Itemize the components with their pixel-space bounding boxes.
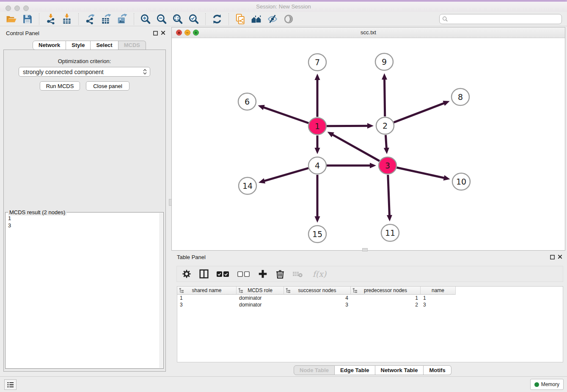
zoom-out-button[interactable] — [154, 13, 170, 25]
run-mcds-button[interactable]: Run MCDS — [40, 81, 80, 91]
zoom-in-button[interactable] — [138, 13, 154, 25]
task-history-button[interactable] — [4, 379, 17, 390]
show-graphics-button[interactable] — [281, 13, 297, 25]
deselect-all-columns-button[interactable] — [237, 268, 251, 279]
minimize-window-button[interactable] — [14, 6, 20, 11]
network-maximize-button[interactable]: + — [193, 30, 199, 36]
tab-motifs[interactable]: Motifs — [424, 365, 451, 375]
delete-column-button[interactable] — [275, 268, 286, 279]
network-minimize-button[interactable]: − — [184, 30, 190, 36]
export-network-icon — [85, 14, 96, 25]
criterion-value: strongly connected component — [23, 69, 104, 75]
column-header-predecessor-nodes[interactable]: predecessor nodes — [351, 287, 421, 295]
export-image-button[interactable] — [114, 13, 130, 25]
column-header-shared-name[interactable]: shared name — [177, 287, 237, 295]
table-settings-button[interactable] — [181, 268, 192, 279]
graph-node-2[interactable]: 2 — [376, 117, 394, 134]
close-panel-button[interactable]: Close panel — [86, 81, 129, 91]
refresh-view-button[interactable] — [209, 13, 225, 25]
graph-node-10[interactable]: 10 — [452, 173, 470, 190]
graph-node-9[interactable]: 9 — [375, 53, 393, 70]
network-close-button[interactable]: ✕ — [176, 30, 182, 36]
column-header-name[interactable]: name — [421, 287, 456, 295]
graph-node-14[interactable]: 14 — [239, 177, 256, 194]
column-label: shared name — [192, 287, 221, 293]
table-cell: dominator — [237, 301, 284, 308]
export-table-button[interactable] — [98, 13, 114, 25]
maximize-window-button[interactable] — [23, 6, 29, 11]
table-panel-tabs: Node Table Edge Table Network Table Moti… — [294, 365, 451, 375]
table-row[interactable]: 3dominator323 — [177, 301, 563, 308]
function-builder-button[interactable]: f(x) — [311, 268, 328, 279]
search-field[interactable] — [439, 14, 562, 24]
graph-node-7[interactable]: 7 — [308, 54, 326, 71]
column-header-successor-nodes[interactable]: successor nodes — [284, 287, 351, 295]
graph-edge-3-10[interactable] — [396, 168, 446, 179]
graph-node-label: 1 — [315, 121, 320, 131]
graph-node-4[interactable]: 4 — [308, 157, 326, 174]
criterion-dropdown[interactable]: strongly connected component — [19, 67, 150, 77]
control-panel-float-button[interactable] — [152, 31, 158, 37]
graph-node-8[interactable]: 8 — [451, 88, 469, 105]
table-toolbar: f(x) — [176, 266, 563, 282]
sort-hierarchy-icon — [352, 288, 358, 293]
tab-network[interactable]: Network — [33, 41, 66, 50]
graph-node-1[interactable]: 1 — [308, 118, 326, 135]
export-network-button[interactable] — [82, 13, 98, 25]
graph-edge-2-8[interactable] — [394, 102, 446, 122]
graph-node-6[interactable]: 6 — [238, 93, 256, 110]
tab-mcds[interactable]: MCDS — [118, 41, 146, 50]
unchecked-checkboxes-icon — [237, 270, 250, 278]
graph-node-15[interactable]: 15 — [308, 226, 326, 243]
hide-graphics-button[interactable] — [264, 13, 281, 25]
graph-edge-3-1[interactable] — [330, 134, 379, 161]
search-icon — [442, 16, 448, 22]
add-column-button[interactable] — [257, 268, 268, 279]
column-header-mcds-role[interactable]: MCDS role — [237, 287, 284, 295]
network-canvas[interactable]: 1234678910111415 — [172, 38, 565, 250]
table-row[interactable]: 1dominator411 — [177, 295, 563, 301]
graph-node-11[interactable]: 11 — [381, 224, 399, 241]
tab-edge-table[interactable]: Edge Table — [335, 365, 375, 375]
mcds-result-text[interactable]: 1 3 — [8, 215, 11, 229]
node-table-body: 1dominator4113dominator323 — [177, 295, 563, 308]
tab-network-table[interactable]: Network Table — [375, 365, 424, 375]
copy-network-button[interactable] — [232, 13, 248, 25]
graph-node-3[interactable]: 3 — [379, 157, 396, 174]
zoom-fit-button[interactable] — [170, 13, 186, 25]
select-all-columns-button[interactable] — [216, 268, 230, 279]
graph-edge-arrowhead — [382, 73, 387, 80]
zoom-selected-button[interactable] — [186, 13, 202, 25]
close-window-button[interactable] — [6, 6, 11, 11]
column-layout-button[interactable] — [198, 268, 209, 279]
graph-edge-1-2[interactable] — [327, 126, 370, 126]
graph-edge-2-9[interactable] — [384, 77, 385, 116]
show-home-button[interactable] — [248, 13, 264, 25]
table-panel-float-button[interactable] — [549, 255, 555, 261]
save-session-button[interactable] — [19, 13, 36, 25]
result-line: 3 — [8, 222, 11, 229]
import-network-button[interactable] — [43, 13, 59, 25]
network-graph[interactable]: 1234678910111415 — [172, 38, 565, 250]
tab-style[interactable]: Style — [66, 41, 91, 50]
graph-edge-3-11[interactable] — [388, 175, 390, 218]
column-label: name — [432, 287, 444, 293]
control-panel-close-button[interactable] — [160, 30, 166, 36]
table-panel-close-button[interactable] — [557, 254, 563, 260]
tab-select[interactable]: Select — [91, 41, 118, 50]
search-input[interactable] — [450, 16, 559, 23]
delete-table-button[interactable] — [292, 268, 305, 279]
open-file-button[interactable] — [3, 13, 19, 25]
float-icon — [550, 255, 555, 259]
horizontal-splitter-handle[interactable] — [362, 248, 368, 251]
graph-node-label: 11 — [385, 228, 395, 237]
import-table-button[interactable] — [59, 13, 75, 25]
memory-button[interactable]: Memory — [530, 379, 564, 390]
graph-edge-4-14[interactable] — [262, 168, 308, 182]
result-scrollbar[interactable] — [159, 213, 163, 368]
checked-checkboxes-icon — [216, 270, 230, 278]
tab-node-table[interactable]: Node Table — [294, 365, 335, 375]
plus-icon — [258, 269, 268, 279]
titlebar: Session: New Session — [0, 2, 567, 12]
graph-edge-1-6[interactable] — [261, 107, 308, 123]
